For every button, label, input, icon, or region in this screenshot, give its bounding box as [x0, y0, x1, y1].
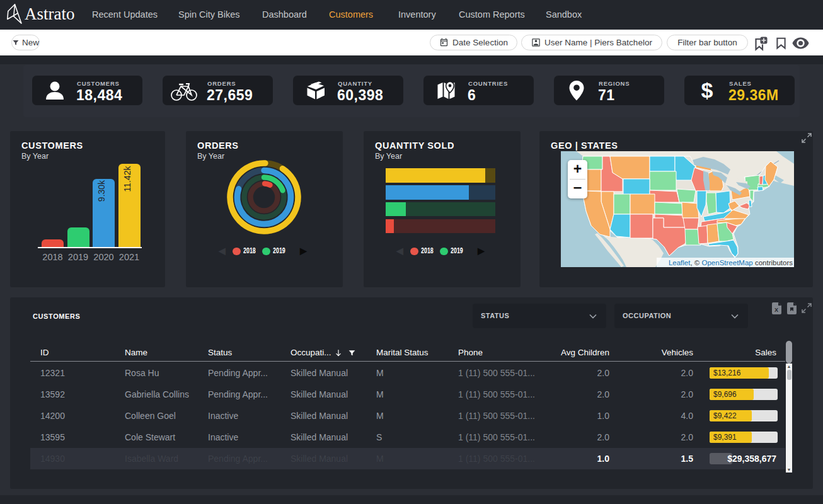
svg-text:X: X: [774, 307, 778, 313]
svg-text:$: $: [701, 79, 713, 102]
